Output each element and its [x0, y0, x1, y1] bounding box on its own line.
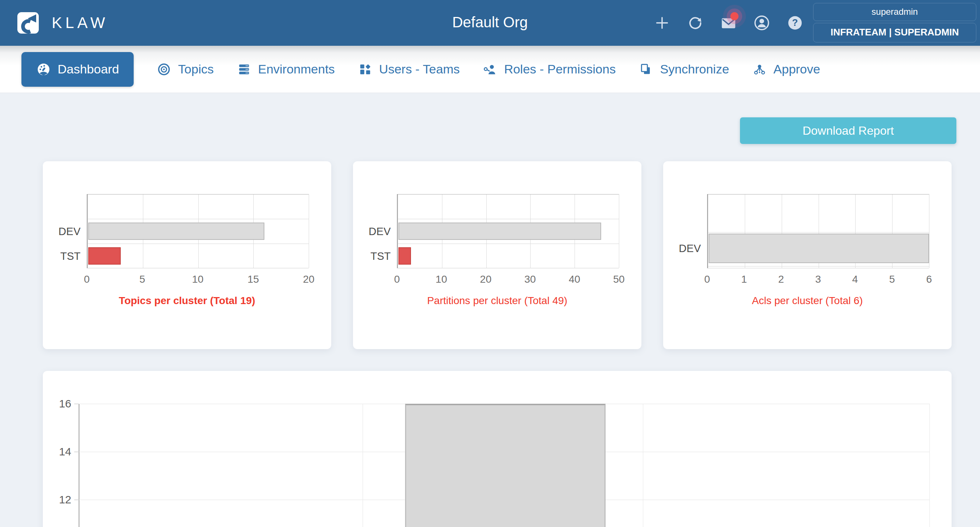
category-label-tst: TST	[43, 250, 81, 262]
x-axis-tick-label: 40	[569, 273, 580, 285]
download-report-button[interactable]: Download Report	[740, 117, 956, 144]
nav-item-label: Users - Teams	[379, 62, 460, 76]
chart-card-bottom-column-chart: 161412	[43, 371, 951, 527]
svg-text:?: ?	[792, 17, 798, 28]
y-gridline	[398, 244, 619, 244]
chart-title: Topics per cluster (Total 19)	[43, 295, 331, 307]
x-axis-tick-label: 5	[889, 273, 895, 285]
klaw-dashboard-page: KLAW Default Org	[0, 0, 980, 527]
category-label-dev: DEV	[43, 225, 81, 237]
column-bar-dev	[405, 404, 606, 527]
nav-item-topics[interactable]: Topics	[157, 62, 213, 77]
dashboard-gauge-icon	[36, 62, 51, 77]
x-axis-tick-label: 4	[852, 273, 858, 285]
app-header: KLAW Default Org	[0, 0, 980, 46]
y-axis-tick-label: 16	[45, 397, 71, 410]
approve-icon	[752, 62, 767, 77]
refresh-icon[interactable]	[687, 14, 704, 31]
klaw-logo-icon[interactable]	[17, 12, 39, 34]
x-axis-tick-label: 0	[394, 273, 400, 285]
x-gridline	[619, 194, 619, 268]
x-axis-tick-label: 2	[778, 273, 784, 285]
nav-item-synchronize[interactable]: Synchronize	[638, 62, 729, 77]
x-axis-tick-label: 0	[84, 273, 90, 285]
y-axis-line	[79, 404, 80, 527]
y-gridline	[708, 266, 929, 267]
y-axis-tick	[74, 404, 79, 404]
x-axis-tick-label: 5	[139, 273, 145, 285]
bottom-column-chart: 161412	[79, 404, 929, 527]
nav-item-label: Dashboard	[57, 62, 119, 76]
y-gridline	[88, 194, 309, 195]
y-gridline	[88, 219, 309, 219]
topics-bullseye-icon	[157, 62, 171, 77]
y-axis-tick-label: 12	[45, 494, 71, 506]
mail-icon[interactable]	[720, 14, 737, 31]
x-gridline	[929, 194, 929, 268]
x-gridline	[398, 194, 398, 268]
x-gridline	[363, 404, 363, 527]
synchronize-icon	[638, 62, 653, 77]
x-axis-tick-label: 10	[192, 273, 204, 285]
chart-card-acls-per-cluster: DEV0123456 Acls per cluster (Total 6)	[663, 161, 951, 349]
x-axis-tick-label: 20	[480, 273, 492, 285]
category-label-dev: DEV	[353, 225, 391, 237]
main-nav: Dashboard Topics	[0, 46, 980, 93]
y-axis-tick	[74, 500, 79, 500]
nav-item-label: Approve	[773, 62, 821, 76]
y-gridline	[398, 219, 619, 219]
x-gridline	[708, 194, 708, 268]
x-gridline	[929, 404, 930, 527]
x-axis-tick-label: 6	[926, 273, 932, 285]
notification-dot	[730, 12, 738, 20]
roles-permissions-icon	[483, 62, 497, 77]
nav-item-dashboard[interactable]: Dashboard	[21, 52, 134, 87]
bar-dev	[398, 222, 601, 240]
x-axis-tick-label: 50	[613, 273, 624, 285]
y-gridline	[708, 194, 929, 195]
add-icon[interactable]	[654, 14, 671, 31]
nav-item-approve[interactable]: Approve	[752, 62, 821, 77]
nav-item-users-teams[interactable]: Users - Teams	[358, 62, 460, 77]
user-icon[interactable]	[753, 14, 770, 31]
x-axis-tick-label: 20	[303, 273, 314, 285]
bar-dev	[88, 222, 264, 240]
category-label-tst: TST	[353, 250, 391, 262]
x-axis-tick-label: 15	[247, 273, 259, 285]
environments-stack-icon	[237, 62, 251, 77]
username-button[interactable]: superadmin	[813, 3, 976, 21]
chart-title: Acls per cluster (Total 6)	[663, 295, 951, 307]
nav-item-environments[interactable]: Environments	[237, 62, 335, 77]
y-gridline	[398, 194, 619, 195]
x-gridline	[643, 404, 643, 527]
y-axis-tick	[74, 452, 79, 452]
bar-dev	[709, 233, 929, 263]
y-gridline	[88, 244, 309, 244]
team-role-button[interactable]: INFRATEAM | SUPERADMIN	[813, 23, 976, 43]
chart-card-partitions-per-cluster: DEVTST01020304050 Partitions per cluster…	[353, 161, 641, 349]
nav-item-roles-permissions[interactable]: Roles - Permissions	[483, 62, 616, 77]
users-teams-icon	[358, 62, 372, 77]
brand-name: KLAW	[52, 14, 108, 32]
x-axis-tick-label: 10	[436, 273, 447, 285]
x-gridline	[88, 194, 88, 268]
x-gridline	[309, 194, 309, 268]
org-title: Default Org	[452, 14, 528, 31]
header-action-icons: ?	[654, 0, 803, 46]
topics-per-cluster-chart: DEVTST05101520 Topics per cluster (Total…	[43, 161, 331, 349]
help-icon[interactable]: ?	[786, 14, 803, 31]
x-axis-tick-label: 1	[741, 273, 747, 285]
y-gridline	[708, 232, 929, 232]
x-axis-tick-label: 0	[704, 273, 710, 285]
user-menu: superadmin INFRATEAM | SUPERADMIN	[813, 3, 976, 43]
nav-item-label: Roles - Permissions	[504, 62, 616, 76]
nav-item-label: Environments	[258, 62, 335, 76]
y-axis-tick-label: 14	[45, 446, 71, 458]
x-axis-tick-label: 3	[815, 273, 821, 285]
nav-item-label: Topics	[178, 62, 213, 76]
chart-card-topics-per-cluster: DEVTST05101520 Topics per cluster (Total…	[43, 161, 331, 349]
chart-title: Partitions per cluster (Total 49)	[353, 295, 641, 307]
nav-item-label: Synchronize	[660, 62, 729, 76]
acls-per-cluster-chart: DEV0123456 Acls per cluster (Total 6)	[663, 161, 951, 349]
bar-tst	[398, 247, 411, 265]
